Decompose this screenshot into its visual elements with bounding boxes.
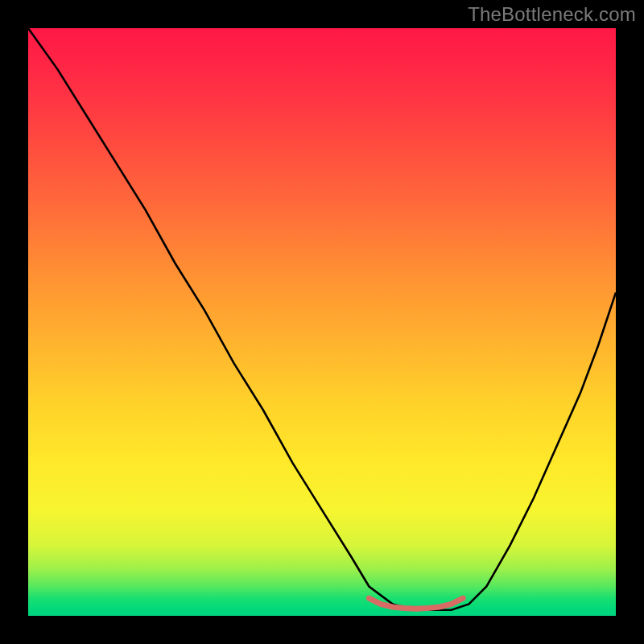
- watermark-text: TheBottleneck.com: [468, 3, 636, 26]
- plot-area: [28, 28, 616, 616]
- chart-frame: TheBottleneck.com: [0, 0, 644, 644]
- optimal-band: [369, 598, 463, 609]
- bottleneck-curve: [28, 28, 616, 610]
- curves-svg: [28, 28, 616, 616]
